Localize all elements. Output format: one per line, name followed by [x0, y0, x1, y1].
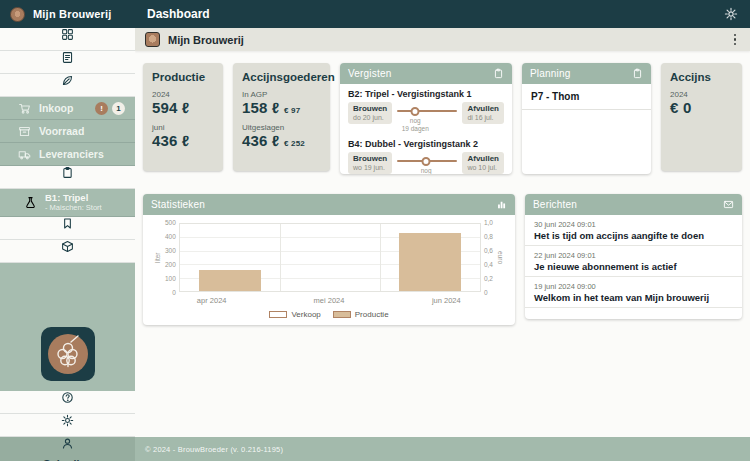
x-tick: mei 2024 — [270, 296, 387, 305]
clipboard-icon[interactable] — [632, 68, 643, 79]
message-text: Welkom in het team van Mijn brouwerij — [534, 292, 733, 303]
stat: 2024 594 ℓ — [152, 90, 214, 116]
card-title: Vergisten — [348, 68, 392, 79]
card-header: Statistieken — [143, 194, 515, 215]
brand-name: Mijn Brouwerij — [33, 8, 112, 20]
card-title: Statistieken — [151, 199, 205, 210]
hop-logo-icon — [41, 327, 95, 381]
remaining-days: nog13 dagen — [413, 167, 440, 174]
message-date: 22 juni 2024 09:01 — [534, 251, 733, 260]
plot-area — [179, 223, 481, 292]
bar-jun-2024 — [399, 233, 461, 291]
tank-name: B2: Tripel - Vergistingstank 1 — [348, 89, 504, 99]
dashboard-content: Productie 2024 594 ℓjuni 436 ℓ Accijnsgo… — [135, 51, 750, 437]
sidebar-item-gebruiker[interactable]: Gebruiker — [0, 437, 135, 461]
sidebar-item-label: Voorraad — [39, 125, 84, 137]
cards-row-1: Productie 2024 594 ℓjuni 436 ℓ Accijnsgo… — [143, 63, 742, 174]
planning-entry[interactable]: P7 - Thom — [522, 84, 651, 110]
brewery-avatar — [145, 32, 160, 47]
sidebar-item-accijns[interactable]: Accijns! — [0, 217, 135, 240]
card-accijnsgoederen: Accijnsgoederen In AGP 158 ℓ € 97Uitgesl… — [233, 63, 330, 171]
remaining-days: nog19 dagen — [402, 117, 429, 134]
card-statistieken: Statistieken liter 5004003002001000 1,00… — [143, 194, 515, 325]
fill-stage-chip: Afvullendi 16 jul. — [462, 102, 504, 124]
user-person-icon — [61, 437, 74, 450]
stat-value: 594 ℓ — [152, 99, 214, 116]
stat-value: 158 ℓ € 97 — [242, 99, 321, 116]
legend-item-productie[interactable]: Productie — [333, 310, 389, 319]
app-footer: © 2024 - BrouwBroeder (v. 0.216-1195) — [135, 437, 750, 461]
sidebar-item-verkoop[interactable]: Verkoop — [0, 240, 135, 263]
sidebar-item-recepten[interactable]: Recepten — [0, 51, 135, 74]
sidebar-brand: Mijn Brouwerij — [0, 0, 135, 28]
help-circle-icon — [61, 391, 74, 404]
card-header: Vergisten — [340, 63, 512, 84]
y-ticks-right: 1,00,80,60,40,20 — [481, 219, 496, 296]
planning-list: P7 - Thom — [522, 84, 651, 174]
main-area: Mijn Brouwerij Productie 2024 594 ℓjuni … — [135, 28, 750, 461]
sidebar-item-voorraad[interactable]: Voorraad — [0, 120, 135, 143]
stat: Uitgeslagen 436 ℓ € 252 — [242, 123, 321, 149]
stat-label: 2024 — [152, 90, 214, 99]
brew-stage-chip: Brouwendo 20 jun. — [348, 102, 392, 124]
chart-legend: VerkoopProductie — [153, 307, 505, 322]
stat-label: 2024 — [670, 90, 733, 99]
fermentation-list: B2: Tripel - Vergistingstank 1 Brouwendo… — [340, 84, 512, 174]
card-title: Berichten — [533, 199, 577, 210]
card-vergisten: Vergisten B2: Tripel - Vergistingstank 1… — [340, 63, 512, 174]
card-title: Accijns — [670, 71, 733, 83]
envelope-icon[interactable] — [723, 199, 734, 210]
sidebar-item-inkoop[interactable]: Inkoop!1 — [0, 97, 135, 120]
y-axis-label-left: liter — [153, 223, 162, 292]
card-productie: Productie 2024 594 ℓjuni 436 ℓ — [143, 63, 223, 171]
brewery-header: Mijn Brouwerij — [135, 28, 750, 51]
brew-stage-chip: Brouwenwo 19 jun. — [348, 152, 392, 174]
kebab-menu-icon[interactable] — [730, 32, 741, 48]
tank-name: B4: Dubbel - Vergistingstank 2 — [348, 139, 504, 149]
progress-slider: nog19 dagen — [397, 102, 457, 132]
stat-label: In AGP — [242, 90, 321, 99]
sidebar-item-b1-tripel[interactable]: B1: Tripel- Maischen: Stort — [0, 189, 135, 217]
sidebar-nav: DashboardReceptenGrondstoffenInkoop!1Voo… — [0, 28, 135, 263]
sidebar-item-leveranciers[interactable]: Leveranciers — [0, 143, 135, 166]
x-axis-labels: apr 2024mei 2024jun 2024 — [153, 294, 505, 307]
page-title: Dashboard — [147, 7, 210, 21]
sidebar-item-grondstoffen[interactable]: Grondstoffen — [0, 74, 135, 97]
legend-label: Productie — [355, 310, 389, 319]
legend-swatch — [333, 311, 351, 318]
stat-extra: € 252 — [284, 139, 305, 148]
sidebar-item-help[interactable]: Help — [0, 391, 135, 414]
app-window: Mijn Brouwerij Dashboard DashboardRecept… — [0, 0, 750, 461]
sidebar-item-productie[interactable]: Productie!5 — [0, 166, 135, 189]
legend-item-verkoop[interactable]: Verkoop — [269, 310, 320, 319]
recipes-document-icon — [61, 51, 74, 64]
legend-swatch — [269, 311, 287, 318]
x-tick: jun 2024 — [388, 296, 505, 305]
brewery-logo — [41, 327, 95, 381]
sidebar-item-brouwerij[interactable]: Brouwerij3 — [0, 414, 135, 437]
message-item[interactable]: 22 juni 2024 09:01 Je nieuwe abonnement … — [525, 246, 742, 277]
y-ticks-left: 5004003002001000 — [162, 219, 179, 296]
brand-logo-icon — [10, 7, 25, 22]
card-title: Productie — [152, 71, 214, 83]
alert-badge: ! — [95, 102, 108, 115]
chart-bars-icon[interactable] — [496, 199, 507, 210]
clipboard-icon[interactable] — [493, 68, 504, 79]
settings-gear-icon[interactable] — [724, 7, 738, 21]
version-text: © 2024 - BrouwBroeder (v. 0.216-1195) — [145, 445, 283, 454]
message-item[interactable]: 19 juni 2024 09:00 Welkom in het team va… — [525, 277, 742, 308]
suppliers-truck-icon — [18, 148, 31, 161]
legend-label: Verkoop — [291, 310, 320, 319]
brew-flask-icon — [24, 196, 37, 209]
message-text: Het is tijd om accijns aangifte te doen — [534, 230, 733, 241]
message-item[interactable]: 30 juni 2024 09:01 Het is tijd om accijn… — [525, 215, 742, 246]
card-berichten: Berichten 30 juni 2024 09:01 Het is tijd… — [525, 194, 742, 319]
card-header: Planning — [522, 63, 651, 84]
stock-box-icon — [18, 125, 31, 138]
stat-extra: € 97 — [284, 106, 300, 115]
sidebar-item-dashboard[interactable]: Dashboard — [0, 28, 135, 51]
message-text: Je nieuwe abonnement is actief — [534, 261, 733, 272]
sales-package-icon — [61, 240, 74, 253]
cards-row-2: Statistieken liter 5004003002001000 1,00… — [143, 194, 742, 325]
sidebar-footer: HelpBrouwerij3Gebruiker — [0, 391, 135, 461]
